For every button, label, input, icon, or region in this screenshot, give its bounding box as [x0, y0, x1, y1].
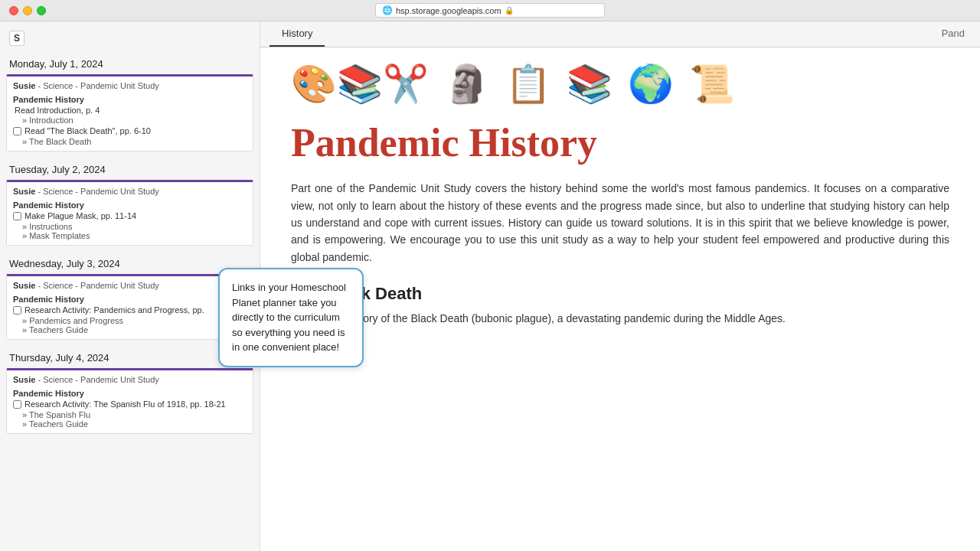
student-name-monday: Susie	[13, 81, 35, 90]
student-name-tuesday: Susie	[13, 187, 35, 196]
card-subject-monday: - Science - Pandemic Unit Study	[38, 81, 158, 90]
card-content-tuesday: Pandemic History Make Plague Mask, pp. 1…	[13, 201, 247, 240]
student-name-wednesday: Susie	[13, 281, 35, 290]
globe-icon: 🌐	[382, 5, 393, 15]
checkbox-item-4: Research Activity: The Spanish Flu of 19…	[13, 399, 247, 409]
sub-item-2: The Black Death	[22, 137, 247, 146]
day-section-monday: Monday, July 1, 2024 Susie - Science - P…	[0, 52, 260, 152]
sidebar-s-badge: S	[9, 31, 24, 46]
close-button[interactable]	[9, 6, 18, 15]
app-container: S Monday, July 1, 2024 Susie - Science -…	[0, 21, 980, 551]
checkbox-1[interactable]	[13, 127, 21, 135]
traffic-lights	[9, 6, 46, 15]
checkbox-3[interactable]	[13, 306, 21, 315]
activity-title-tuesday: Pandemic History	[13, 201, 247, 210]
activity-title-thursday: Pandemic History	[13, 389, 247, 398]
tab-bar: History Pand	[260, 21, 980, 47]
card-header-wednesday: Susie - Science - Pandemic Unit Study	[13, 281, 247, 290]
intro-text: Part one of the Pandemic Unit Study cove…	[291, 180, 949, 266]
tab-history[interactable]: History	[270, 21, 325, 47]
card-subject-thursday: - Science - Pandemic Unit Study	[38, 375, 158, 384]
window-chrome: 🌐 hsp.storage.googleapis.com 🔒	[0, 0, 980, 21]
planner-card-wednesday: Susie - Science - Pandemic Unit Study Pa…	[6, 274, 253, 340]
web-content: 🎨📚✂️ 🗿 📋 📚 🌍 📜 Pandemic History Part one…	[260, 47, 980, 343]
checkbox-item-2: Make Plague Mask, pp. 11-14	[13, 211, 247, 220]
sidebar-header: S	[0, 28, 260, 52]
sub-item-1: Introduction	[22, 116, 247, 125]
maximize-button[interactable]	[37, 6, 46, 15]
planner-card-tuesday: Susie - Science - Pandemic Unit Study Pa…	[6, 180, 253, 246]
card-header-monday: Susie - Science - Pandemic Unit Study	[13, 81, 247, 90]
planner-card-monday: Susie - Science - Pandemic Unit Study Pa…	[6, 74, 253, 152]
card-subject-wednesday: - Science - Pandemic Unit Study	[38, 281, 158, 290]
page-main-title: Pandemic History	[291, 121, 949, 165]
day-label-monday: Monday, July 1, 2024	[0, 52, 260, 73]
section1-text: A read-aloud story of the Black Death (b…	[291, 310, 949, 327]
url-text: hsp.storage.googleapis.com	[396, 6, 501, 15]
card-header-tuesday: Susie - Science - Pandemic Unit Study	[13, 187, 247, 196]
icon-globe: 🌍	[628, 63, 674, 106]
planner-card-thursday: Susie - Science - Pandemic Unit Study Pa…	[6, 368, 253, 434]
sub-item-7: The Spanish Flu	[22, 410, 247, 419]
tab-pand[interactable]: Pand	[936, 21, 971, 47]
checkbox-item-3: Research Activity: Pandemics and Progres…	[13, 305, 247, 315]
card-content-thursday: Pandemic History Research Activity: The …	[13, 389, 247, 429]
card-header-thursday: Susie - Science - Pandemic Unit Study	[13, 375, 247, 384]
card-subject-tuesday: - Science - Pandemic Unit Study	[38, 187, 158, 196]
student-name-thursday: Susie	[13, 375, 35, 384]
sub-item-4: Mask Templates	[22, 231, 247, 240]
section1-title: The Black Death	[291, 284, 949, 304]
activity-title-wednesday: Pandemic History	[13, 295, 247, 304]
day-label-tuesday: Tuesday, July 2, 2024	[0, 158, 260, 178]
checkbox-4[interactable]	[13, 400, 21, 409]
sub-item-8: Teachers Guide	[22, 419, 247, 429]
icon-books: 📚	[567, 63, 612, 106]
minimize-button[interactable]	[23, 6, 32, 15]
icon-clipboard: 📋	[505, 63, 551, 106]
icon-scroll: 📜	[689, 63, 735, 106]
checkbox-item-1: Read "The Black Death", pp. 6-10	[13, 126, 247, 135]
web-panel: History Pand 🎨📚✂️ 🗿 📋 📚 🌍 📜 Pandemic His…	[260, 21, 980, 551]
callout-text: Links in your Homeschool Planet planner …	[232, 282, 346, 353]
card-content-monday: Pandemic History Read Introduction, p. 4…	[13, 95, 247, 146]
sub-item-5: Pandemics and Progress	[22, 316, 247, 325]
sub-item-3: Instructions	[22, 222, 247, 231]
icons-row: 🎨📚✂️ 🗿 📋 📚 🌍 📜	[291, 63, 949, 106]
day-section-tuesday: Tuesday, July 2, 2024 Susie - Science - …	[0, 158, 260, 246]
card-content-wednesday: Pandemic History Research Activity: Pand…	[13, 295, 247, 334]
sub-item-6: Teachers Guide	[22, 325, 247, 334]
activity-item-1: Read Introduction, p. 4	[15, 106, 247, 115]
checkbox-2[interactable]	[13, 212, 21, 220]
activity-title-monday: Pandemic History	[13, 95, 247, 104]
lock-icon: 🔒	[505, 6, 514, 15]
callout-box: Links in your Homeschool Planet planner …	[218, 268, 364, 367]
url-bar[interactable]: 🌐 hsp.storage.googleapis.com 🔒	[375, 3, 605, 18]
icon-arts-crafts: 🎨📚✂️	[291, 63, 429, 106]
icon-thinker: 🗿	[444, 63, 490, 106]
